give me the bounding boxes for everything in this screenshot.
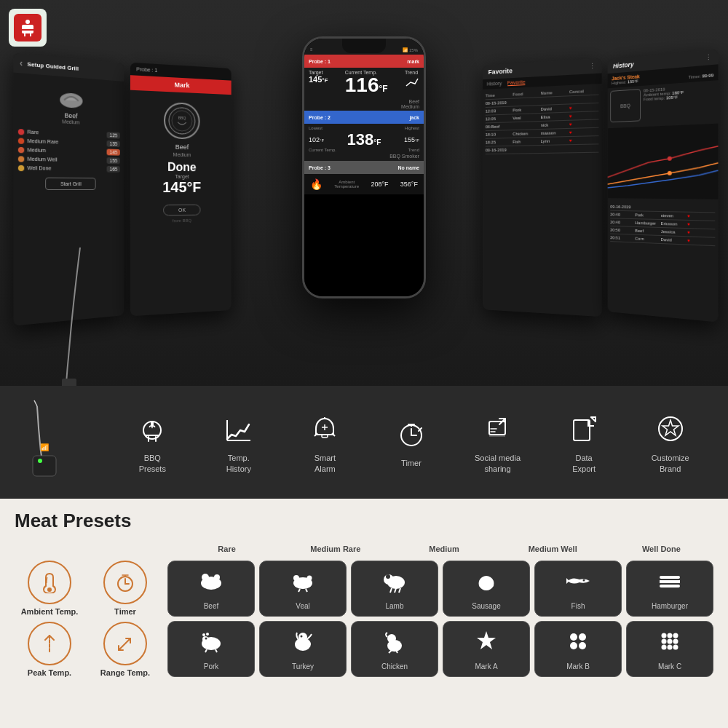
ok-button[interactable]: OK (163, 205, 201, 216)
svg-line-12 (34, 400, 37, 406)
favorite-panel: Favorite ⋮ History Favorite TimeFoodName… (483, 58, 602, 317)
hamburger-name: Hamburger (652, 602, 688, 610)
svg-point-92 (662, 638, 667, 644)
meat-grid: Beef Veal (167, 561, 713, 677)
pork-name: Pork (204, 662, 219, 670)
svg-point-79 (301, 635, 303, 637)
meat-hamburger: Hamburger (626, 561, 713, 617)
doneness-medium: Medium (392, 542, 496, 553)
svg-point-57 (307, 575, 312, 580)
phone-screen: ≡ ? 📶 15% Probe : 1 mark Target 145°F (304, 39, 424, 296)
doneness-row: Rare Medium Rare Medium Medium Well Well… (175, 542, 713, 553)
smart-alarm-label: SmartAlarm (314, 453, 336, 474)
meat-beef: Beef (167, 561, 255, 617)
meat-mark-b: Mark B (534, 621, 622, 677)
temp-history-label: Temp.History (226, 453, 251, 474)
favorite-title: Favorite (488, 67, 513, 76)
svg-point-62 (386, 574, 390, 579)
svg-point-86 (579, 633, 586, 641)
phone-notch (342, 39, 386, 53)
svg-point-97 (673, 644, 678, 649)
doneness-rare: Rare (175, 542, 279, 553)
meat-sausage: Sausage (443, 561, 530, 617)
probe1-bar: Probe : 1 mark (304, 55, 424, 68)
meat-chicken: Chicken (351, 621, 438, 677)
ambient-temp-label: Ambient Temp. (21, 607, 79, 616)
mark-a-name: Mark A (475, 662, 497, 670)
rare-label: Rare (27, 129, 39, 135)
svg-rect-18 (145, 435, 159, 436)
feature-social-sharing: Social mediasharing (469, 411, 527, 474)
range-temp-label: Range Temp. (100, 668, 150, 677)
data-export-icon (569, 411, 598, 447)
svg-line-82 (389, 650, 392, 653)
svg-point-81 (387, 634, 396, 643)
svg-rect-1 (20, 29, 35, 31)
side-panels: ‹ Setup Guided Grill Beef Medium Rare (0, 22, 728, 357)
timer-icon (397, 416, 426, 452)
svg-point-95 (662, 644, 667, 649)
target-temp: 145°F (136, 179, 226, 197)
panel1-meat-icon: Beef Medium (18, 84, 120, 127)
chicken-icon (381, 628, 408, 660)
ambient-temp-icon (28, 561, 71, 604)
meat-row-medium-rare: Medium Rare 135 (18, 137, 120, 147)
svg-point-74 (206, 633, 209, 636)
data-export-label: DataExport (572, 453, 596, 474)
svg-line-75 (205, 649, 207, 652)
mark-b-icon (565, 628, 591, 660)
start-grill-button[interactable]: Start Grill (45, 178, 96, 190)
svg-point-6 (169, 107, 195, 134)
timer-feature: Timer (90, 561, 160, 616)
peak-temp-label: Peak Temp. (28, 668, 71, 677)
svg-point-7 (172, 110, 192, 131)
meat-row-medium-well: Medium Well 155 (18, 155, 120, 164)
meat-fish: Fish (534, 561, 622, 617)
presets-header: Meat Presets (15, 510, 713, 538)
svg-line-59 (306, 589, 307, 592)
svg-point-90 (668, 633, 673, 638)
svg-line-26 (332, 433, 335, 436)
mark-c-name: Mark C (658, 662, 681, 670)
range-temp-icon (103, 622, 147, 665)
mark-c-icon (657, 628, 683, 660)
customize-brand-label: CustomizeBrand (652, 453, 689, 474)
meat-pork: Pork (167, 621, 255, 677)
customize-brand-icon (656, 411, 685, 447)
doneness-medium-rare: Medium Rare (283, 542, 387, 553)
svg-point-43 (47, 587, 52, 592)
meat-turkey: Turkey (259, 621, 347, 677)
svg-rect-17 (151, 422, 154, 426)
medium-rare-temp: 135 (107, 141, 120, 147)
mark-b-name: Mark B (566, 662, 590, 670)
svg-marker-42 (662, 420, 678, 435)
medium-well-temp: 155 (107, 157, 120, 164)
feature-bbq-presets: BBQPresets (123, 411, 181, 474)
favorite-tab[interactable]: Favorite (507, 79, 525, 86)
feature-temp-history: Temp.History (210, 411, 268, 474)
phone-frame: ≡ ? 📶 15% Probe : 1 mark Target 145°F (302, 36, 426, 298)
meat-presets-section: Meat Presets Rare Medium Rare Medium Med… (0, 499, 728, 728)
medium-rare-label: Medium Rare (27, 138, 58, 145)
hamburger-icon (657, 568, 683, 599)
history-tab[interactable]: History (487, 81, 502, 87)
svg-text:BBQ: BBQ (178, 116, 186, 120)
well-done-label: Well Done (27, 165, 51, 171)
svg-rect-34 (489, 422, 505, 435)
svg-line-63 (390, 588, 392, 593)
svg-point-96 (668, 644, 673, 649)
svg-line-76 (215, 649, 217, 652)
meat-lamb: Lamb (351, 561, 438, 617)
svg-rect-68 (660, 580, 680, 583)
svg-rect-67 (660, 576, 680, 579)
svg-line-25 (314, 433, 317, 436)
veal-icon (290, 568, 316, 599)
svg-point-73 (202, 633, 205, 636)
mark-a-icon (473, 628, 499, 660)
bbq-presets-icon (138, 411, 167, 447)
svg-point-66 (583, 579, 585, 581)
sausage-icon (473, 568, 499, 599)
medium-temp: 145 (107, 149, 120, 155)
temp-history-icon (224, 411, 253, 447)
lamb-icon (381, 568, 408, 599)
